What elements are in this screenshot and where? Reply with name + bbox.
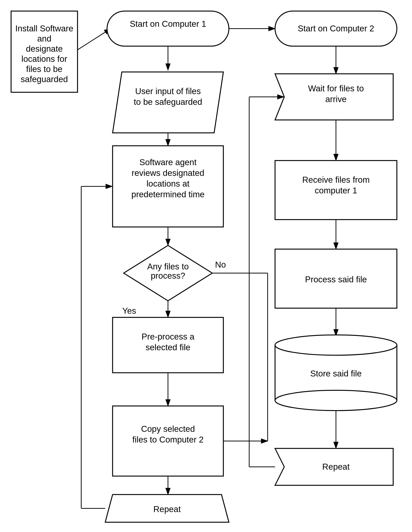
arrow-install-to-start1 [77,28,111,50]
svg-text:locations for: locations for [21,54,67,64]
svg-text:to be safeguarded: to be safeguarded [134,97,202,107]
svg-text:arrive: arrive [325,94,346,104]
svg-text:Repeat: Repeat [153,504,181,514]
svg-text:and: and [37,34,51,43]
svg-text:Any files to: Any files to [147,262,189,271]
svg-text:Copy selected: Copy selected [141,424,195,434]
yes-label: Yes [122,306,136,315]
svg-text:Software agent: Software agent [139,157,197,167]
svg-text:Receive files from: Receive files from [302,175,370,185]
svg-text:Repeat: Repeat [322,462,350,472]
svg-text:computer 1: computer 1 [315,186,357,195]
svg-text:User input of files: User input of files [135,86,201,96]
svg-text:predetermined time: predetermined time [131,190,204,199]
svg-text:Store said file: Store said file [310,369,362,378]
svg-text:files to Computer 2: files to Computer 2 [132,435,204,444]
svg-text:process?: process? [151,271,185,280]
svg-text:files to be: files to be [26,64,63,74]
flowchart-diagram: Install Software and designate locations… [0,0,412,532]
no-label: No [215,260,226,269]
svg-text:locations at: locations at [147,179,190,188]
svg-text:Start on Computer 1: Start on Computer 1 [130,19,206,28]
svg-text:Wait for files to: Wait for files to [308,84,364,93]
start-computer1-box [107,11,229,46]
svg-text:Start on Computer 2: Start on Computer 2 [298,24,374,33]
svg-text:Pre-process a: Pre-process a [142,332,195,341]
svg-text:Process said file: Process said file [305,275,367,284]
store-file-top [275,335,397,355]
svg-text:selected file: selected file [146,342,191,352]
store-file-bottom [275,390,397,411]
svg-text:reviews designated: reviews designated [132,168,204,178]
svg-text:designate: designate [26,44,63,54]
svg-text:safeguarded: safeguarded [21,74,68,84]
install-software-text: Install Software [15,24,73,33]
